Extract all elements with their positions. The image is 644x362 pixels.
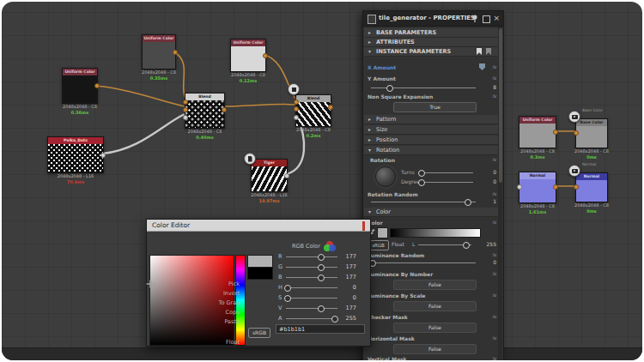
chevron-right-icon: ▸: [368, 38, 371, 46]
bookmark-icon[interactable]: [477, 48, 482, 55]
section-pattern[interactable]: ▸ Pattern: [364, 115, 499, 124]
node-polka-dots[interactable]: Polka_Dots 2048x2048 - L16 70.9ms: [47, 136, 104, 173]
horizontal-mask-toggle[interactable]: False: [393, 344, 477, 354]
output-port[interactable]: [263, 53, 268, 58]
float-window-icon[interactable]: [483, 15, 490, 23]
section-color[interactable]: ▾ Color: [364, 208, 499, 217]
node-basecolor-output[interactable]: Base Color 2048x2048 - C8 0ms: [575, 118, 608, 148]
checker-mask-toggle[interactable]: False: [393, 323, 477, 333]
color-wheel-icon[interactable]: [324, 241, 336, 252]
float-button[interactable]: Float: [226, 339, 240, 346]
luminance-gradient-bar[interactable]: [390, 228, 481, 238]
panel-titlebar[interactable]: tile_generator - PROPERTIES ×: [363, 11, 503, 27]
color-swatch[interactable]: [377, 227, 388, 238]
function-icon[interactable]: fx: [492, 64, 496, 69]
to-gray-button[interactable]: To Gray: [219, 299, 240, 306]
picker-cursor[interactable]: [147, 281, 155, 288]
panel-scrollbar[interactable]: [498, 27, 502, 360]
input-port[interactable]: [294, 115, 299, 120]
input-port[interactable]: [574, 130, 579, 136]
y-amount-slider[interactable]: [371, 87, 476, 88]
node-uniform-color[interactable]: Uniform Color 2048x2048 - C8 0.12ms: [230, 39, 266, 72]
previous-color-swatch[interactable]: [247, 267, 273, 280]
output-port[interactable]: [94, 83, 100, 88]
function-icon[interactable]: fx: [492, 252, 496, 257]
close-icon[interactable]: ×: [493, 14, 500, 22]
output-port[interactable]: [173, 50, 178, 55]
a-slider[interactable]: [286, 318, 337, 319]
x-amount-label[interactable]: X Amount: [368, 64, 396, 70]
non-square-expansion-toggle[interactable]: True: [393, 102, 477, 112]
hex-input[interactable]: #b1b1b1: [276, 324, 365, 334]
function-icon[interactable]: fx: [492, 220, 496, 225]
shield-icon[interactable]: [479, 63, 485, 70]
input-port[interactable]: [294, 100, 299, 105]
function-icon[interactable]: fx: [492, 94, 496, 99]
output-port[interactable]: [553, 184, 558, 190]
g-slider[interactable]: [286, 267, 337, 268]
output-port[interactable]: [284, 173, 289, 178]
scrollbar-thumb[interactable]: [499, 28, 502, 183]
input-port[interactable]: [183, 100, 188, 105]
degrees-slider[interactable]: [420, 182, 473, 183]
invert-button[interactable]: Invert: [223, 290, 240, 297]
pin-icon[interactable]: [471, 14, 479, 23]
rotation-dial[interactable]: [375, 166, 396, 187]
node-time-label: 0.2ms: [306, 133, 320, 138]
luminance-random-slider[interactable]: [371, 262, 476, 263]
bitmap-resource-badge[interactable]: [244, 153, 256, 165]
paste-button[interactable]: Paste: [224, 318, 240, 325]
function-icon[interactable]: fx: [492, 314, 496, 319]
function-icon[interactable]: fx: [492, 293, 496, 298]
function-icon[interactable]: fx: [492, 157, 496, 162]
output-usage-badge[interactable]: [568, 111, 580, 123]
float-button[interactable]: Float: [392, 241, 404, 247]
output-port[interactable]: [553, 130, 558, 135]
node-uniform-color[interactable]: Uniform Color 2048x2048 - C8 0.36ms: [62, 68, 98, 104]
function-icon[interactable]: fx: [492, 271, 496, 276]
section-rotation[interactable]: ▾ Rotation: [364, 146, 499, 155]
node-normal-output[interactable]: Normal 2048x2048 - C8 0ms: [575, 172, 608, 202]
output-usage-badge[interactable]: [568, 165, 580, 177]
v-slider[interactable]: [286, 308, 337, 309]
color-editor-titlebar[interactable]: Color Editor: [147, 220, 370, 232]
srgb-button[interactable]: sRGB: [248, 328, 270, 338]
input-port[interactable]: [183, 115, 188, 120]
node-tiger[interactable]: Tiger 2048x2048 - L16 19.97ms: [251, 159, 288, 192]
node-uniform-color[interactable]: Uniform Color 2048x2048 - C8 0.3ms: [519, 116, 556, 148]
function-icon[interactable]: fx: [492, 75, 496, 81]
turns-slider[interactable]: [420, 172, 473, 173]
section-attributes[interactable]: ▸ ATTRIBUTES: [364, 38, 499, 47]
section-instance-parameters[interactable]: ▾ INSTANCE PARAMETERS: [364, 47, 499, 57]
node-normal[interactable]: Normal 2048x2048 - C8 1.61ms: [519, 172, 556, 203]
output-port[interactable]: [328, 105, 333, 110]
copy-button[interactable]: Copy: [226, 309, 240, 316]
section-size[interactable]: ▸ Size: [364, 125, 499, 135]
section-base-parameters[interactable]: ▸ BASE PARAMETERS: [364, 28, 499, 38]
node-blend[interactable]: Blend 2048x2048 - C8 0.2ms: [295, 94, 331, 127]
l-slider[interactable]: [418, 244, 471, 245]
r-slider[interactable]: [286, 256, 337, 257]
input-port[interactable]: [517, 184, 522, 190]
output-port[interactable]: [100, 153, 106, 158]
function-icon[interactable]: fx: [492, 356, 496, 360]
input-port[interactable]: [183, 107, 188, 112]
luminance-by-scale-toggle[interactable]: False: [393, 301, 477, 311]
pick-button[interactable]: Pick: [228, 281, 240, 287]
s-slider[interactable]: [286, 298, 337, 299]
luminance-by-number-toggle[interactable]: False: [393, 280, 477, 290]
h-slider[interactable]: [286, 287, 337, 288]
properties-panel: tile_generator - PROPERTIES × ▸ BASE PAR…: [362, 10, 504, 360]
output-port[interactable]: [222, 107, 227, 112]
node-blend[interactable]: Blend 2048x2048 - C8 0.40ms: [185, 93, 225, 129]
bookmark-outline-icon[interactable]: [486, 48, 491, 55]
function-icon[interactable]: fx: [492, 335, 496, 341]
input-port[interactable]: [294, 106, 299, 112]
b-slider[interactable]: [286, 277, 337, 278]
input-port[interactable]: [574, 184, 579, 190]
section-position[interactable]: ▸ Position: [364, 136, 499, 145]
function-icon[interactable]: fx: [492, 191, 496, 196]
view-output-badge[interactable]: [288, 83, 300, 95]
node-uniform-color[interactable]: Uniform Color 2048x2048 - C8 0.35ms: [142, 34, 176, 69]
rotation-random-slider[interactable]: [371, 202, 476, 202]
